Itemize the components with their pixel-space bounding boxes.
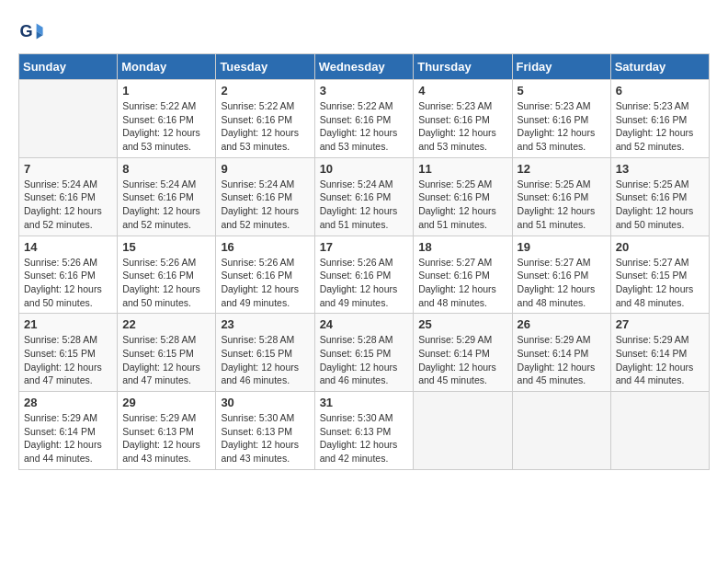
day-info: Sunrise: 5:22 AM Sunset: 6:16 PM Dayligh… — [221, 99, 309, 154]
calendar-cell: 7Sunrise: 5:24 AM Sunset: 6:16 PM Daylig… — [19, 157, 118, 236]
day-number: 8 — [122, 162, 210, 176]
calendar-week-row: 28Sunrise: 5:29 AM Sunset: 6:14 PM Dayli… — [19, 392, 710, 470]
calendar-cell: 27Sunrise: 5:29 AM Sunset: 6:14 PM Dayli… — [610, 314, 709, 392]
calendar-cell: 15Sunrise: 5:26 AM Sunset: 6:16 PM Dayli… — [118, 236, 216, 314]
day-info: Sunrise: 5:22 AM Sunset: 6:16 PM Dayligh… — [320, 99, 409, 154]
day-number: 31 — [320, 396, 409, 409]
calendar-table: SundayMondayTuesdayWednesdayThursdayFrid… — [18, 53, 710, 470]
day-number: 3 — [320, 84, 409, 98]
day-info: Sunrise: 5:28 AM Sunset: 6:15 PM Dayligh… — [122, 333, 210, 387]
day-number: 9 — [221, 162, 309, 176]
day-info: Sunrise: 5:27 AM Sunset: 6:16 PM Dayligh… — [418, 256, 506, 310]
calendar-cell: 9Sunrise: 5:24 AM Sunset: 6:16 PM Daylig… — [216, 157, 314, 236]
calendar-cell: 28Sunrise: 5:29 AM Sunset: 6:14 PM Dayli… — [19, 392, 118, 470]
svg-text:G: G — [19, 22, 32, 40]
day-number: 4 — [418, 84, 506, 98]
day-number: 13 — [616, 162, 704, 176]
day-info: Sunrise: 5:23 AM Sunset: 6:16 PM Dayligh… — [616, 99, 704, 154]
day-info: Sunrise: 5:27 AM Sunset: 6:15 PM Dayligh… — [616, 256, 704, 310]
day-of-week-header: Monday — [118, 54, 216, 80]
calendar-week-row: 1Sunrise: 5:22 AM Sunset: 6:16 PM Daylig… — [19, 80, 710, 158]
day-info: Sunrise: 5:26 AM Sunset: 6:16 PM Dayligh… — [122, 256, 210, 310]
day-number: 15 — [122, 240, 210, 254]
day-info: Sunrise: 5:25 AM Sunset: 6:16 PM Dayligh… — [518, 178, 606, 232]
logo: G — [18, 18, 48, 44]
calendar-cell — [414, 392, 512, 470]
day-number: 26 — [518, 317, 606, 331]
day-info: Sunrise: 5:25 AM Sunset: 6:16 PM Dayligh… — [418, 178, 506, 232]
day-number: 2 — [221, 84, 309, 98]
calendar-cell: 18Sunrise: 5:27 AM Sunset: 6:16 PM Dayli… — [414, 236, 512, 314]
day-info: Sunrise: 5:24 AM Sunset: 6:16 PM Dayligh… — [221, 178, 309, 232]
day-info: Sunrise: 5:26 AM Sunset: 6:16 PM Dayligh… — [24, 256, 112, 310]
calendar-cell: 2Sunrise: 5:22 AM Sunset: 6:16 PM Daylig… — [216, 80, 314, 158]
day-info: Sunrise: 5:30 AM Sunset: 6:13 PM Dayligh… — [320, 411, 409, 465]
calendar-week-row: 7Sunrise: 5:24 AM Sunset: 6:16 PM Daylig… — [19, 157, 710, 236]
calendar-cell: 6Sunrise: 5:23 AM Sunset: 6:16 PM Daylig… — [610, 80, 709, 158]
day-number: 22 — [122, 317, 210, 331]
calendar-week-row: 21Sunrise: 5:28 AM Sunset: 6:15 PM Dayli… — [19, 314, 710, 392]
calendar-cell: 22Sunrise: 5:28 AM Sunset: 6:15 PM Dayli… — [118, 314, 216, 392]
day-number: 24 — [320, 317, 409, 331]
day-of-week-header: Friday — [512, 54, 610, 80]
day-number: 12 — [518, 162, 606, 176]
day-number: 10 — [320, 162, 409, 176]
calendar-cell: 30Sunrise: 5:30 AM Sunset: 6:13 PM Dayli… — [216, 392, 314, 470]
calendar-cell: 21Sunrise: 5:28 AM Sunset: 6:15 PM Dayli… — [19, 314, 118, 392]
calendar-cell: 10Sunrise: 5:24 AM Sunset: 6:16 PM Dayli… — [314, 157, 414, 236]
calendar-cell: 31Sunrise: 5:30 AM Sunset: 6:13 PM Dayli… — [314, 392, 414, 470]
days-of-week-row: SundayMondayTuesdayWednesdayThursdayFrid… — [19, 54, 710, 80]
page-header: G — [18, 18, 710, 44]
day-info: Sunrise: 5:24 AM Sunset: 6:16 PM Dayligh… — [24, 178, 112, 232]
day-number: 11 — [418, 162, 506, 176]
calendar-cell: 14Sunrise: 5:26 AM Sunset: 6:16 PM Dayli… — [19, 236, 118, 314]
day-info: Sunrise: 5:24 AM Sunset: 6:16 PM Dayligh… — [320, 178, 409, 232]
day-info: Sunrise: 5:30 AM Sunset: 6:13 PM Dayligh… — [221, 411, 309, 465]
day-info: Sunrise: 5:29 AM Sunset: 6:14 PM Dayligh… — [418, 333, 506, 387]
calendar-cell: 12Sunrise: 5:25 AM Sunset: 6:16 PM Dayli… — [512, 157, 610, 236]
day-info: Sunrise: 5:24 AM Sunset: 6:16 PM Dayligh… — [122, 178, 210, 232]
day-info: Sunrise: 5:28 AM Sunset: 6:15 PM Dayligh… — [221, 333, 309, 387]
day-number: 7 — [24, 162, 112, 176]
calendar-cell: 19Sunrise: 5:27 AM Sunset: 6:16 PM Dayli… — [512, 236, 610, 314]
day-info: Sunrise: 5:29 AM Sunset: 6:14 PM Dayligh… — [518, 333, 606, 387]
day-number: 16 — [221, 240, 309, 254]
calendar-cell: 25Sunrise: 5:29 AM Sunset: 6:14 PM Dayli… — [414, 314, 512, 392]
day-number: 18 — [418, 240, 506, 254]
day-info: Sunrise: 5:29 AM Sunset: 6:14 PM Dayligh… — [24, 411, 112, 465]
day-number: 6 — [616, 84, 704, 98]
day-number: 20 — [616, 240, 704, 254]
day-info: Sunrise: 5:22 AM Sunset: 6:16 PM Dayligh… — [122, 99, 210, 154]
day-info: Sunrise: 5:29 AM Sunset: 6:14 PM Dayligh… — [616, 333, 704, 387]
calendar-week-row: 14Sunrise: 5:26 AM Sunset: 6:16 PM Dayli… — [19, 236, 710, 314]
day-info: Sunrise: 5:27 AM Sunset: 6:16 PM Dayligh… — [518, 256, 606, 310]
day-number: 5 — [518, 84, 606, 98]
day-of-week-header: Tuesday — [216, 54, 314, 80]
day-info: Sunrise: 5:26 AM Sunset: 6:16 PM Dayligh… — [320, 256, 409, 310]
day-number: 23 — [221, 317, 309, 331]
day-info: Sunrise: 5:23 AM Sunset: 6:16 PM Dayligh… — [418, 99, 506, 154]
calendar-cell: 23Sunrise: 5:28 AM Sunset: 6:15 PM Dayli… — [216, 314, 314, 392]
day-info: Sunrise: 5:25 AM Sunset: 6:16 PM Dayligh… — [616, 178, 704, 232]
calendar-cell — [512, 392, 610, 470]
day-of-week-header: Thursday — [414, 54, 512, 80]
calendar-cell — [610, 392, 709, 470]
calendar-cell: 3Sunrise: 5:22 AM Sunset: 6:16 PM Daylig… — [314, 80, 414, 158]
day-number: 19 — [518, 240, 606, 254]
day-number: 27 — [616, 317, 704, 331]
day-number: 25 — [418, 317, 506, 331]
day-number: 30 — [221, 396, 309, 409]
day-info: Sunrise: 5:23 AM Sunset: 6:16 PM Dayligh… — [518, 99, 606, 154]
calendar-cell: 24Sunrise: 5:28 AM Sunset: 6:15 PM Dayli… — [314, 314, 414, 392]
calendar-cell: 16Sunrise: 5:26 AM Sunset: 6:16 PM Dayli… — [216, 236, 314, 314]
calendar-cell: 20Sunrise: 5:27 AM Sunset: 6:15 PM Dayli… — [610, 236, 709, 314]
calendar-cell: 1Sunrise: 5:22 AM Sunset: 6:16 PM Daylig… — [118, 80, 216, 158]
day-info: Sunrise: 5:28 AM Sunset: 6:15 PM Dayligh… — [24, 333, 112, 387]
day-info: Sunrise: 5:28 AM Sunset: 6:15 PM Dayligh… — [320, 333, 409, 387]
calendar-cell: 11Sunrise: 5:25 AM Sunset: 6:16 PM Dayli… — [414, 157, 512, 236]
calendar-cell: 13Sunrise: 5:25 AM Sunset: 6:16 PM Dayli… — [610, 157, 709, 236]
day-number: 29 — [122, 396, 210, 409]
day-of-week-header: Sunday — [19, 54, 118, 80]
day-info: Sunrise: 5:29 AM Sunset: 6:13 PM Dayligh… — [122, 411, 210, 465]
day-number: 14 — [24, 240, 112, 254]
